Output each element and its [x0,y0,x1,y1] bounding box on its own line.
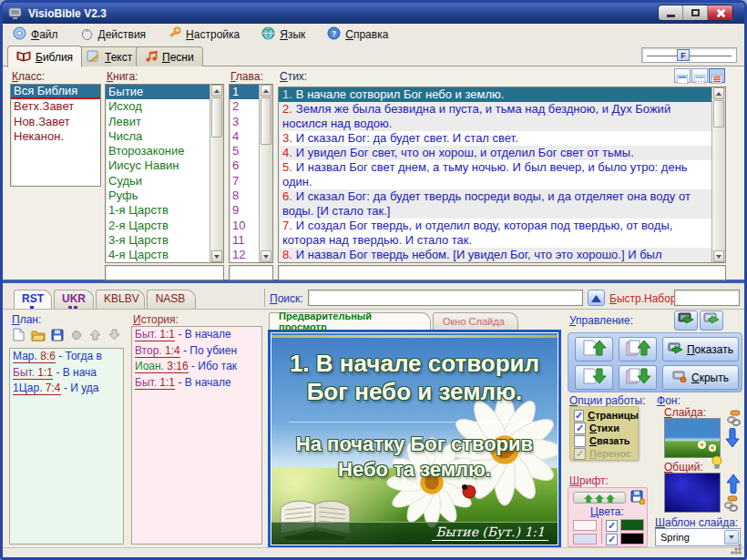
chapter-item[interactable]: 1 [230,85,259,99]
chapter-item[interactable]: 9 [230,203,259,218]
search-input[interactable] [308,290,583,306]
chapter-item[interactable]: 6 [230,158,259,173]
book-item[interactable]: Исход [106,99,210,114]
book-item[interactable]: Числа [106,129,210,144]
chapter-item[interactable]: 7 [230,174,259,188]
book-list[interactable]: Бытие Исход Левит Числа Второзаконие Иис… [105,84,224,263]
menu-actions[interactable]: Действия [76,25,151,45]
verse-row[interactable]: 1.В начале сотворил Бог небо и землю. [279,87,711,102]
translation-tab-rst[interactable]: RST [14,290,52,309]
class-item[interactable]: Вся Библия [11,85,100,99]
link-icon[interactable] [725,410,742,430]
view-mode-split-button[interactable] [691,68,708,83]
chapter-item[interactable]: 8 [230,188,259,203]
book-item[interactable]: Судьи [106,174,210,188]
scroll-down-button[interactable] [713,250,724,262]
verse-row[interactable]: 5.И назвал Бог свет днем, а тьму ночью. … [279,160,711,189]
checkbox[interactable]: ✓ [606,520,618,532]
save-plan-button[interactable] [48,326,66,343]
verse-row[interactable]: 4.И увидел Бог свет, что он хорош, и отд… [279,146,711,160]
next-page-button[interactable] [575,365,613,390]
class-item[interactable]: Ветх.Завет [11,99,100,114]
chapter-item[interactable]: 10 [230,219,259,233]
new-plan-button[interactable] [10,326,27,343]
outline-color-swatch[interactable] [620,519,644,531]
apply-down-arrow-icon[interactable] [725,428,740,452]
scroll-thumb[interactable] [713,100,724,127]
tab-slide-window[interactable]: Окно Слайда [433,312,518,330]
history-item[interactable]: Быт. 1:1 - В начале [132,327,261,343]
history-item[interactable]: Иоан. 3:16 - Ибо так [132,359,261,375]
plan-item[interactable]: Мар. 8:6 - Тогда в [10,349,123,365]
tab-bible[interactable]: Библия [7,46,82,67]
scroll-down-button[interactable] [261,250,271,262]
move-down-button[interactable] [106,326,123,343]
next-verse-button[interactable] [619,365,657,390]
send-to-screen-1-button[interactable] [674,311,698,331]
chapter-item[interactable]: 3 [230,115,259,129]
plan-item[interactable]: Быт. 1:1 - В нача [10,365,123,382]
checkbox[interactable]: ✓ [574,423,586,434]
book-item[interactable]: Бытие [106,85,210,99]
scroll-down-button[interactable] [211,250,222,262]
slider-thumb[interactable]: F [677,49,690,61]
translation-tab-nasb[interactable]: NASB [147,290,196,309]
shadow-color-swatch[interactable] [620,533,644,545]
menu-language[interactable]: Язык [257,25,310,45]
send-to-screen-2-button[interactable] [700,311,723,331]
book-item[interactable]: Руфь [106,188,210,203]
class-item[interactable]: Неканон. [11,129,100,144]
option-pages[interactable]: ✓ Страницы [574,409,634,422]
verse-row[interactable]: 2.Земля же была безвидна и пуста, и тьма… [279,102,711,131]
book-edit[interactable] [105,265,224,280]
checkbox[interactable]: ✓ [606,534,618,545]
open-plan-button[interactable] [29,326,46,343]
chapter-item[interactable]: 12 [230,248,259,262]
book-item[interactable]: 2-я Царств [106,219,210,233]
view-mode-list-button[interactable] [709,68,725,83]
text-color-swatch[interactable] [573,534,597,545]
translation-tab-kblbv[interactable]: KBLBV [96,290,145,309]
slide-background-thumbnail[interactable] [664,418,721,458]
view-mode-single-button[interactable] [674,68,691,83]
chapter-edit[interactable] [229,265,273,280]
scroll-up-button[interactable] [713,87,724,99]
move-up-button[interactable] [87,326,104,343]
menu-file[interactable]: Файл [8,25,63,45]
scroll-thumb[interactable] [261,97,271,145]
checkbox[interactable] [574,435,586,447]
book-item[interactable]: 1-я Царств [106,203,210,218]
quickset-input[interactable] [674,290,740,306]
maximize-button[interactable] [683,5,708,20]
verse-row[interactable]: 8.И назвал Бог твердь небом. [И увидел Б… [279,248,711,262]
menu-settings[interactable]: Настройка [163,25,244,45]
slide-template-select[interactable]: Spring [655,528,741,546]
option-verses[interactable]: ✓ Стихи [574,422,634,434]
book-item[interactable]: 3-я Царств [106,233,210,248]
menu-help[interactable]: ? Справка [322,25,393,45]
class-list[interactable]: Вся Библия Ветх.Завет Нов.Завет Неканон. [10,84,101,187]
verse-list[interactable]: 1.В начале сотворил Бог небо и землю. 2.… [278,87,726,263]
tab-text[interactable]: Текст [77,46,141,66]
checkbox[interactable]: ✓ [574,410,584,422]
book-item[interactable]: Иисус Навин [106,158,210,173]
verse-row[interactable]: 7.И создал Бог твердь, и отделил воду, к… [279,219,711,248]
book-item[interactable]: 4-я Царств [106,248,210,262]
chapter-list[interactable]: 1 2 3 4 5 6 7 8 9 10 11 12 [229,84,273,263]
delete-plan-item-button[interactable] [67,326,85,343]
verse-edit[interactable] [278,265,726,280]
tab-preview[interactable]: Предварительный просмотр [269,312,431,330]
verse-scrollbar[interactable] [711,87,725,262]
resize-grip[interactable] [730,543,742,555]
font-increase-button[interactable] [573,492,626,504]
show-button[interactable]: Показать [662,337,739,361]
book-scrollbar[interactable] [210,85,223,262]
minimize-button[interactable] [659,5,683,20]
chapter-item[interactable]: 11 [230,233,259,248]
hide-button[interactable]: Скрыть [662,365,739,390]
slide-preview[interactable]: 1. В начале сотворил Бог небо и землю. Н… [268,330,561,548]
chapter-item[interactable]: 2 [230,99,259,114]
translation-tab-ukr[interactable]: UKR [54,290,94,309]
plan-list[interactable]: Мар. 8:6 - Тогда в Быт. 1:1 - В нача 1Ца… [9,348,124,545]
book-item[interactable]: Второзаконие [106,144,210,158]
